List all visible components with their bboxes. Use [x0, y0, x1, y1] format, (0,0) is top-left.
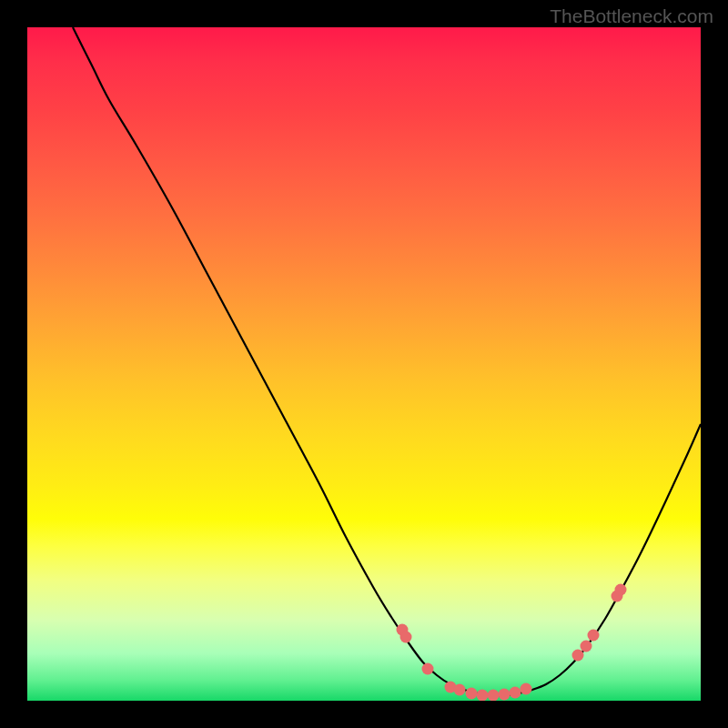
- data-point: [400, 632, 412, 643]
- data-point: [572, 650, 584, 662]
- data-points-group: [397, 584, 627, 702]
- data-point: [454, 684, 466, 696]
- plot-area: [27, 27, 701, 701]
- data-point: [581, 641, 592, 652]
- data-point: [488, 690, 500, 702]
- data-point: [521, 683, 532, 695]
- data-point: [588, 630, 600, 642]
- data-point: [466, 688, 478, 700]
- data-point: [510, 687, 521, 699]
- data-point: [477, 690, 489, 702]
- watermark-label: TheBottleneck.com: [550, 5, 713, 27]
- chart-svg: [27, 27, 701, 701]
- data-point: [499, 689, 511, 701]
- bottleneck-curve: [73, 27, 701, 695]
- data-point: [422, 663, 434, 675]
- data-point: [615, 584, 627, 596]
